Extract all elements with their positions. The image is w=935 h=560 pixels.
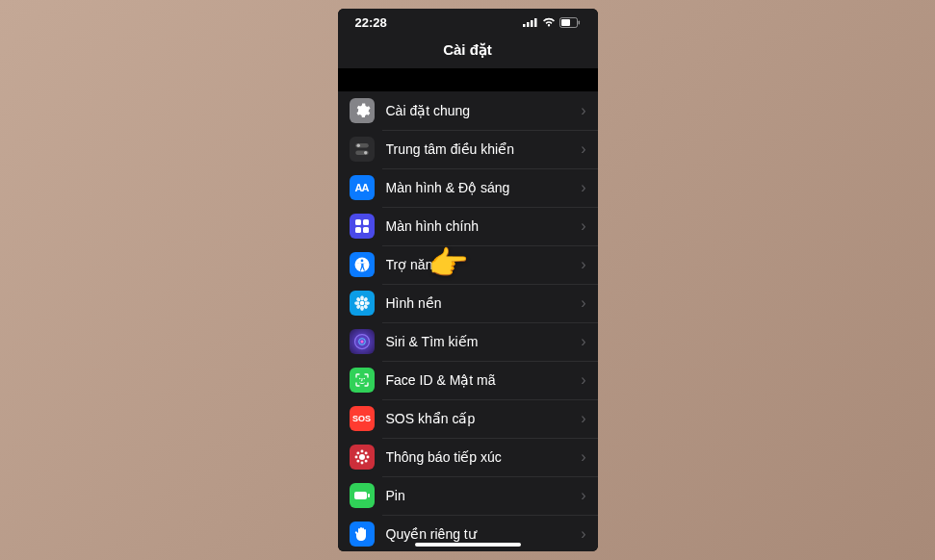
settings-row-exposure[interactable]: Thông báo tiếp xúc› (338, 438, 598, 476)
svg-rect-12 (363, 219, 369, 225)
row-label: Quyền riêng tư (386, 526, 576, 542)
control-center-icon (350, 137, 375, 162)
row-label: Trung tâm điều khiển (386, 141, 576, 157)
svg-rect-41 (368, 494, 370, 497)
row-label: Cài đặt chung (386, 103, 576, 118)
faceid-icon (350, 368, 375, 393)
page-title: Cài đặt (338, 36, 598, 68)
home-indicator (415, 543, 521, 547)
row-label: Face ID & Mật mã (386, 372, 576, 388)
row-label: Hình nền (386, 295, 576, 311)
settings-list: Cài đặt chung›Trung tâm điều khiển›AAMàn… (338, 91, 598, 551)
svg-point-21 (364, 301, 369, 305)
row-label: Màn hình & Độ sáng (386, 180, 576, 195)
settings-row-faceid[interactable]: Face ID & Mật mã› (338, 361, 598, 399)
status-bar: 22:28 (338, 9, 598, 36)
settings-row-display[interactable]: AAMàn hình & Độ sáng› (338, 168, 598, 207)
sos-icon: SOS (350, 406, 375, 431)
settings-row-battery[interactable]: Pin› (338, 476, 598, 515)
svg-point-38 (356, 460, 358, 462)
chevron-right-icon: › (581, 217, 585, 235)
settings-row-wallpaper[interactable]: Hình nền› (338, 284, 598, 322)
row-label: Thông báo tiếp xúc (386, 449, 576, 465)
status-time: 22:28 (355, 15, 387, 30)
status-indicators (523, 17, 581, 28)
svg-point-16 (360, 260, 363, 263)
row-label: Siri & Tìm kiếm (386, 334, 576, 349)
chevron-right-icon: › (581, 333, 585, 350)
svg-point-20 (354, 301, 359, 305)
general-icon (350, 98, 375, 123)
chevron-right-icon: › (581, 410, 585, 427)
svg-rect-2 (531, 20, 533, 27)
svg-point-8 (356, 144, 359, 147)
settings-row-sos[interactable]: SOSSOS khẩn cấp› (338, 399, 598, 438)
chevron-right-icon: › (581, 371, 585, 389)
svg-point-34 (355, 456, 357, 458)
svg-rect-13 (355, 227, 361, 233)
display-icon: AA (350, 175, 375, 200)
battery-icon (350, 483, 375, 508)
chevron-right-icon: › (581, 448, 585, 466)
chevron-right-icon: › (581, 256, 585, 273)
svg-rect-1 (527, 22, 530, 27)
svg-rect-40 (354, 492, 367, 499)
row-label: SOS khẩn cấp (386, 411, 576, 426)
wallpaper-icon (350, 291, 375, 316)
svg-rect-11 (355, 219, 361, 225)
svg-point-18 (360, 295, 364, 300)
signal-icon (523, 17, 538, 27)
chevron-right-icon: › (581, 525, 585, 543)
chevron-right-icon: › (581, 102, 585, 119)
phone-frame: 22:28 Cài đặt Cài đặt chung›Trung tâm đi… (338, 9, 598, 551)
siri-icon (350, 329, 375, 354)
chevron-right-icon: › (581, 487, 585, 504)
home-screen-icon (350, 214, 375, 239)
privacy-icon (350, 522, 375, 547)
chevron-right-icon: › (581, 140, 585, 158)
row-label: Trợ năng (386, 257, 576, 272)
chevron-right-icon: › (581, 179, 585, 196)
accessibility-icon (350, 252, 375, 277)
svg-point-17 (359, 301, 364, 306)
svg-point-35 (367, 456, 369, 458)
settings-row-home-screen[interactable]: Màn hình chính› (338, 207, 598, 245)
svg-point-28 (360, 341, 363, 344)
settings-row-siri[interactable]: Siri & Tìm kiếm› (338, 322, 598, 361)
svg-rect-5 (561, 19, 570, 26)
settings-row-general[interactable]: Cài đặt chung› (338, 91, 598, 130)
svg-point-39 (365, 460, 367, 462)
svg-rect-6 (578, 20, 580, 24)
battery-icon (559, 17, 581, 28)
svg-point-31 (359, 454, 365, 460)
svg-point-10 (364, 151, 367, 154)
svg-point-32 (361, 450, 363, 452)
chevron-right-icon: › (581, 294, 585, 312)
row-label: Pin (386, 488, 576, 503)
svg-point-29 (359, 378, 361, 380)
svg-point-33 (361, 462, 363, 464)
settings-row-control-center[interactable]: Trung tâm điều khiển› (338, 130, 598, 168)
svg-rect-0 (523, 24, 526, 27)
exposure-icon (350, 445, 375, 470)
section-gap (338, 68, 598, 91)
svg-point-36 (356, 452, 358, 454)
wifi-icon (542, 17, 556, 27)
svg-point-37 (365, 452, 367, 454)
svg-point-30 (363, 378, 365, 380)
row-label: Màn hình chính (386, 218, 576, 234)
svg-rect-3 (534, 18, 537, 27)
svg-point-19 (360, 306, 364, 311)
svg-rect-14 (363, 227, 369, 233)
settings-row-accessibility[interactable]: Trợ năng›👈 (338, 245, 598, 284)
